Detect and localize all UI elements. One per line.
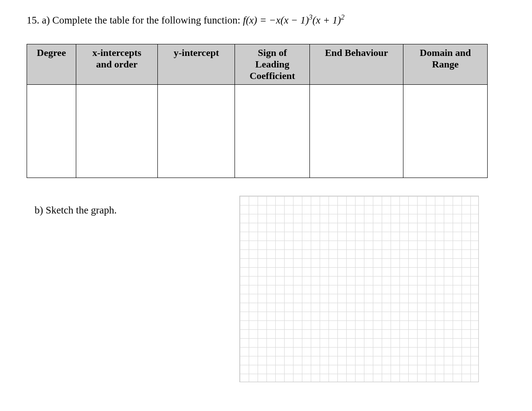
header-degree: Degree (27, 44, 76, 84)
header-sign-line3: Coefficient (250, 70, 295, 81)
cell-x-intercepts (76, 84, 158, 178)
header-sign: Sign of Leading Coefficient (235, 44, 310, 84)
function-expression: f(x) = −x(x − 1)3(x + 1)2 (243, 15, 344, 26)
header-end-text: End Behaviour (325, 47, 388, 58)
graph-grid (239, 196, 479, 382)
header-sign-line1: Sign of (258, 47, 287, 58)
question-a-text: 15. a) Complete the table for the follow… (27, 15, 243, 26)
header-xint-line2: and order (96, 59, 138, 70)
cell-y-intercept (158, 84, 235, 178)
cell-domain-range (403, 84, 488, 178)
header-degree-text: Degree (37, 47, 66, 58)
question-b-text: b) Sketch the graph. (35, 205, 117, 216)
header-y-intercept: y-intercept (158, 44, 235, 84)
graph-grid-wrap (239, 196, 479, 382)
header-end-behaviour: End Behaviour (310, 44, 403, 84)
cell-sign (235, 84, 310, 178)
header-sign-line2: Leading (255, 59, 289, 70)
header-domain-line1: Domain and (420, 47, 471, 58)
header-xint-line1: x-intercepts (92, 47, 141, 58)
question-part-b: b) Sketch the graph. (27, 205, 222, 216)
table-row (27, 84, 488, 178)
header-domain-line2: Range (432, 59, 459, 70)
analysis-table: Degree x-intercepts and order y-intercep… (27, 44, 488, 178)
header-domain-range: Domain and Range (403, 44, 488, 84)
header-yint-text: y-intercept (174, 47, 219, 58)
question-part-a: 15. a) Complete the table for the follow… (27, 13, 505, 26)
header-x-intercepts: x-intercepts and order (76, 44, 158, 84)
part-b-row: b) Sketch the graph. (27, 196, 505, 382)
table-header-row: Degree x-intercepts and order y-intercep… (27, 44, 488, 84)
cell-degree (27, 84, 76, 178)
cell-end-behaviour (310, 84, 403, 178)
